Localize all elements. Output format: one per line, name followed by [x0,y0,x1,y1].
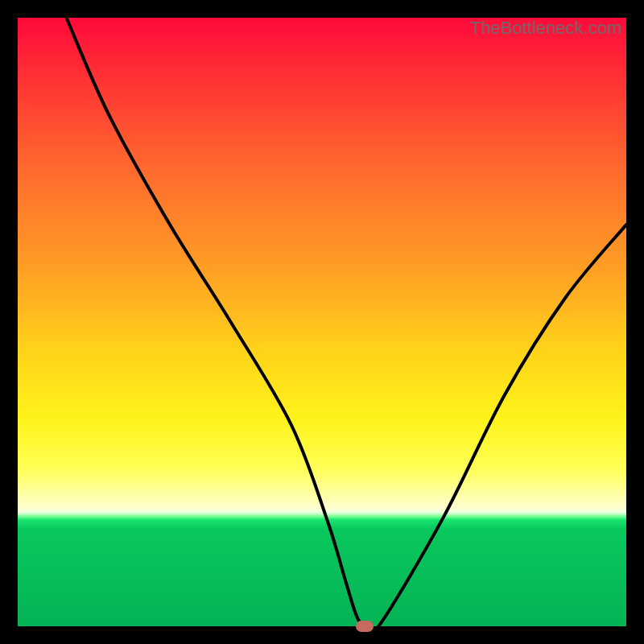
bottleneck-curve [18,18,626,626]
optimum-marker [356,621,374,632]
chart-frame: TheBottleneck.com [0,0,644,644]
attribution-text: TheBottleneck.com [470,18,621,39]
plot-area: TheBottleneck.com [18,18,626,626]
curve-path [66,18,626,626]
